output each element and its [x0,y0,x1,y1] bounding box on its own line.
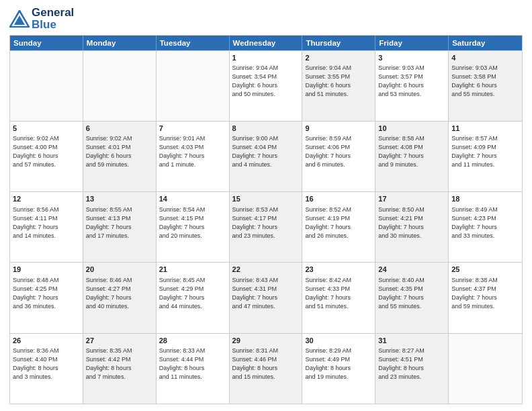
day-number: 28 [159,336,226,346]
cell-text-line: and 1 minute. [159,161,226,169]
cell-text-line: Sunset: 3:55 PM [305,73,372,81]
cal-cell: 2Sunrise: 9:04 AMSunset: 3:55 PMDaylight… [302,51,375,121]
cell-text-line: Sunrise: 8:36 AM [13,347,80,355]
cal-cell: 4Sunrise: 9:03 AMSunset: 3:58 PMDaylight… [449,51,522,121]
cell-text-line: Daylight: 7 hours [305,152,372,161]
cell-text-line: Sunrise: 8:29 AM [305,347,372,355]
cell-text-line: Daylight: 7 hours [86,223,153,232]
cell-text-line: Daylight: 7 hours [305,223,372,232]
cell-text-line: Sunset: 4:08 PM [378,143,445,152]
day-number: 2 [305,53,372,63]
cell-text-line: Sunrise: 8:40 AM [378,276,445,285]
day-number: 15 [232,194,300,204]
cell-text-line: Sunset: 4:09 PM [451,143,519,152]
cell-text-line: Sunset: 4:23 PM [451,214,519,223]
cal-cell: 24Sunrise: 8:40 AMSunset: 4:35 PMDayligh… [375,263,449,332]
cal-header-thursday: Thursday [302,36,375,50]
cell-text-line: and 6 minutes. [305,161,372,169]
cal-cell: 13Sunrise: 8:55 AMSunset: 4:13 PMDayligh… [83,192,157,262]
cell-text-line: and 26 minutes. [305,232,372,240]
day-number: 31 [378,336,445,346]
cell-text-line: Sunset: 4:42 PM [86,355,153,364]
cell-text-line: and 44 minutes. [159,302,226,311]
cell-text-line: and 15 minutes. [232,373,300,381]
cell-text-line: and 9 minutes. [378,161,445,169]
cal-header-tuesday: Tuesday [157,36,230,50]
cell-text-line: Sunrise: 8:58 AM [378,134,445,143]
cell-text-line: Sunrise: 8:53 AM [232,205,300,214]
cell-text-line: Sunrise: 9:02 AM [86,134,153,143]
day-number: 21 [159,265,226,275]
day-number: 24 [378,265,445,275]
day-number: 5 [13,124,80,134]
cal-cell: 3Sunrise: 9:03 AMSunset: 3:57 PMDaylight… [375,51,449,121]
day-number: 20 [86,265,153,275]
cell-text-line: Sunrise: 9:04 AM [305,64,372,73]
cal-cell: 15Sunrise: 8:53 AMSunset: 4:17 PMDayligh… [230,192,303,262]
cell-text-line: Sunset: 4:33 PM [305,285,372,293]
cell-text-line: Sunset: 4:51 PM [378,355,445,364]
cell-text-line: Sunrise: 8:33 AM [159,347,226,355]
cell-text-line: and 3 minutes. [13,373,80,381]
cell-text-line: Sunset: 4:15 PM [159,214,226,223]
cell-text-line: and 23 minutes. [232,232,300,240]
day-number: 7 [159,124,226,134]
cal-cell: 11Sunrise: 8:57 AMSunset: 4:09 PMDayligh… [449,122,522,191]
cal-cell: 23Sunrise: 8:42 AMSunset: 4:33 PMDayligh… [302,263,375,332]
cell-text-line: Sunrise: 8:56 AM [13,205,80,214]
cell-text-line: Sunrise: 8:46 AM [86,276,153,285]
cell-text-line: and 40 minutes. [86,302,153,311]
header: General Blue [9,7,523,31]
cell-text-line: and 59 minutes. [86,161,153,169]
day-number: 12 [13,194,80,204]
cell-text-line: and 51 minutes. [305,90,372,99]
cell-text-line: Sunrise: 8:59 AM [305,134,372,143]
cell-text-line: Daylight: 8 hours [305,364,372,373]
day-number: 1 [232,53,300,63]
cell-text-line: Sunset: 4:01 PM [86,143,153,152]
cell-text-line: Sunrise: 8:49 AM [451,205,519,214]
cell-text-line: Sunrise: 9:04 AM [232,64,300,73]
calendar-body: 1Sunrise: 9:04 AMSunset: 3:54 PMDaylight… [10,50,522,404]
cal-cell: 1Sunrise: 9:04 AMSunset: 3:54 PMDaylight… [230,51,303,121]
logo-blue-text: Blue [32,19,74,31]
day-number: 13 [86,194,153,204]
day-number: 6 [86,124,153,134]
cell-text-line: Daylight: 8 hours [13,364,80,373]
cell-text-line: Daylight: 6 hours [86,152,153,161]
cell-text-line: Sunrise: 8:45 AM [159,276,226,285]
cell-text-line: and 7 minutes. [86,373,153,381]
general-blue-icon [9,10,30,28]
cal-header-sunday: Sunday [10,36,83,50]
cell-text-line: Sunset: 3:58 PM [451,73,519,81]
cal-cell: 31Sunrise: 8:27 AMSunset: 4:51 PMDayligh… [375,334,449,404]
cal-cell: 8Sunrise: 9:00 AMSunset: 4:04 PMDaylight… [230,122,303,191]
day-number: 16 [305,194,372,204]
cal-cell: 16Sunrise: 8:52 AMSunset: 4:19 PMDayligh… [302,192,375,262]
cell-text-line: and 30 minutes. [378,232,445,240]
cell-text-line: Sunrise: 8:27 AM [378,347,445,355]
cell-text-line: Daylight: 6 hours [451,81,519,90]
cell-text-line: Daylight: 8 hours [159,364,226,373]
cell-text-line: and 51 minutes. [305,302,372,311]
cal-cell: 26Sunrise: 8:36 AMSunset: 4:40 PMDayligh… [10,334,83,404]
cell-text-line: Sunset: 4:40 PM [13,355,80,364]
cell-text-line: and 50 minutes. [232,90,300,99]
cell-text-line: Daylight: 8 hours [378,364,445,373]
cell-text-line: Daylight: 7 hours [378,152,445,161]
day-number: 19 [13,265,80,275]
cell-text-line: Sunset: 4:27 PM [86,285,153,293]
cell-text-line: Sunrise: 8:54 AM [159,205,226,214]
cell-text-line: Sunrise: 8:43 AM [232,276,300,285]
cell-text-line: Daylight: 8 hours [232,364,300,373]
cal-cell: 27Sunrise: 8:35 AMSunset: 4:42 PMDayligh… [83,334,157,404]
day-number: 30 [305,336,372,346]
day-number: 14 [159,194,226,204]
cal-cell: 20Sunrise: 8:46 AMSunset: 4:27 PMDayligh… [83,263,157,332]
cal-week-1: 1Sunrise: 9:04 AMSunset: 3:54 PMDaylight… [10,50,522,121]
cell-text-line: Sunrise: 8:55 AM [86,205,153,214]
day-number: 27 [86,336,153,346]
cal-cell: 28Sunrise: 8:33 AMSunset: 4:44 PMDayligh… [157,334,230,404]
cell-text-line: Daylight: 7 hours [232,223,300,232]
cell-text-line: Daylight: 6 hours [378,81,445,90]
